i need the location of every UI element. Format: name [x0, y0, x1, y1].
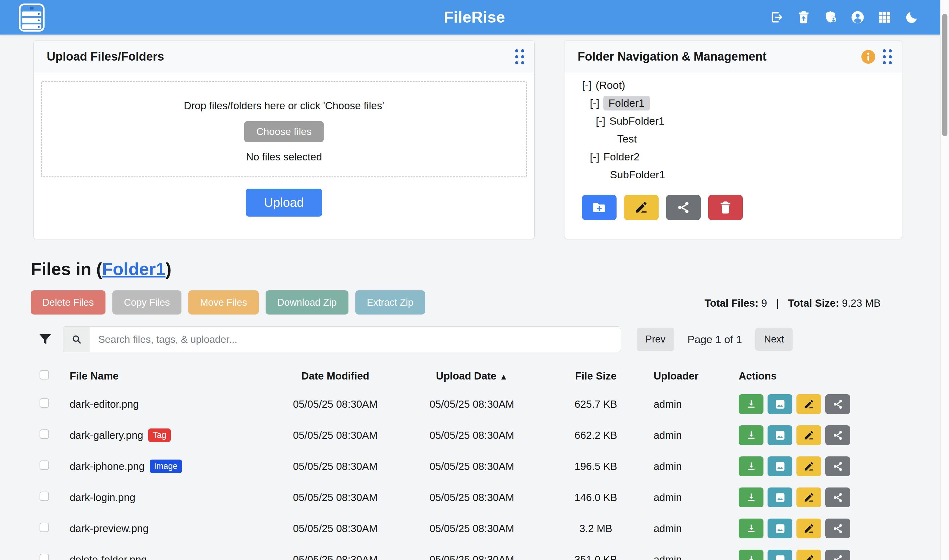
restore-deleted-files-button[interactable] — [797, 10, 811, 25]
user-circle-icon — [851, 10, 865, 25]
delete-files-button[interactable]: Delete Files — [31, 290, 106, 315]
grid-view-button[interactable] — [877, 10, 892, 25]
drag-handle-icon[interactable] — [883, 49, 892, 65]
header-file-size[interactable]: File Size — [546, 370, 646, 382]
row-checkbox[interactable] — [40, 492, 49, 501]
row-checkbox[interactable] — [40, 398, 49, 408]
preview-image-button[interactable] — [768, 550, 792, 560]
drag-handle-icon[interactable] — [515, 49, 524, 65]
page-indicator: Page 1 of 1 — [688, 333, 742, 346]
extract-zip-button[interactable]: Extract Zip — [355, 290, 425, 315]
image-icon — [774, 461, 786, 472]
search-input[interactable] — [90, 326, 621, 352]
top-bar: FileRise — [0, 0, 949, 35]
search-row: Prev Page 1 of 1 Next — [38, 326, 793, 352]
user-profile-button[interactable] — [851, 10, 865, 25]
trash-restore-icon — [797, 10, 811, 25]
collapse-marker[interactable]: [-] — [596, 115, 605, 127]
logout-button[interactable] — [769, 10, 784, 25]
total-size-value: 9.23 MB — [842, 297, 881, 309]
file-dropzone[interactable]: Drop files/folders here or click 'Choose… — [41, 81, 527, 177]
scrollbar-thumb[interactable] — [942, 14, 947, 136]
download-file-button[interactable] — [739, 518, 763, 538]
tree-item-subfolder1-2[interactable]: SubFolder1 — [582, 166, 902, 184]
row-checkbox[interactable] — [40, 460, 49, 470]
date-modified: 05/05/25 08:30AM — [272, 523, 398, 535]
preview-image-button[interactable] — [768, 394, 792, 414]
admin-settings-button[interactable] — [823, 10, 838, 25]
filter-button[interactable] — [38, 332, 53, 347]
folder-help-button[interactable] — [861, 49, 876, 65]
page-scrollbar[interactable] — [940, 0, 949, 560]
rename-folder-button[interactable] — [624, 195, 658, 220]
share-folder-button[interactable] — [666, 195, 701, 220]
share-file-button[interactable] — [825, 456, 850, 476]
dark-mode-toggle-button[interactable] — [904, 10, 919, 25]
share-file-button[interactable] — [825, 518, 850, 538]
tag-badge: Tag — [148, 428, 171, 442]
prev-page-button[interactable]: Prev — [637, 328, 674, 351]
upload-card: Upload Files/Folders Drop files/folders … — [33, 40, 535, 239]
preview-image-button[interactable] — [768, 488, 792, 507]
create-folder-button[interactable] — [582, 195, 617, 220]
logout-icon — [769, 10, 784, 25]
download-file-button[interactable] — [739, 425, 763, 445]
tree-item-root[interactable]: [-] (Root) — [582, 76, 902, 94]
header-upload-date[interactable]: Upload Date▲ — [398, 370, 546, 382]
header-date-modified[interactable]: Date Modified — [272, 370, 398, 382]
share-icon — [832, 492, 843, 503]
tree-item-test[interactable]: Test — [582, 130, 902, 148]
delete-folder-button[interactable] — [708, 195, 743, 220]
tree-item-folder2[interactable]: [-] Folder2 — [582, 148, 902, 166]
share-icon — [676, 200, 691, 215]
file-name: dark-preview.png — [59, 523, 272, 535]
download-zip-button[interactable]: Download Zip — [266, 290, 348, 315]
date-modified: 05/05/25 08:30AM — [272, 398, 398, 410]
download-file-button[interactable] — [739, 550, 763, 560]
share-file-button[interactable] — [825, 394, 850, 414]
selected-folder[interactable]: Folder1 — [603, 96, 649, 111]
next-page-button[interactable]: Next — [755, 328, 793, 351]
rename-file-button[interactable] — [797, 518, 821, 538]
current-folder-link[interactable]: Folder1 — [102, 259, 165, 279]
copy-files-button[interactable]: Copy Files — [112, 290, 181, 315]
share-file-button[interactable] — [825, 550, 850, 560]
header-uploader[interactable]: Uploader — [646, 370, 729, 382]
upload-card-header: Upload Files/Folders — [34, 40, 534, 73]
share-file-button[interactable] — [825, 488, 850, 507]
rename-file-button[interactable] — [797, 425, 821, 445]
collapse-marker[interactable]: [-] — [582, 79, 591, 91]
choose-files-button[interactable]: Choose files — [244, 121, 323, 142]
tree-item-subfolder1[interactable]: [-] SubFolder1 — [582, 112, 902, 130]
preview-image-button[interactable] — [768, 456, 792, 476]
download-file-button[interactable] — [739, 394, 763, 414]
table-header-row: File Name Date Modified Upload Date▲ Fil… — [31, 363, 935, 389]
rename-file-button[interactable] — [797, 550, 821, 560]
header-file-name[interactable]: File Name — [59, 370, 272, 382]
upload-date: 05/05/25 08:30AM — [398, 460, 546, 472]
download-file-button[interactable] — [739, 488, 763, 507]
row-checkbox[interactable] — [40, 554, 49, 560]
tree-item-folder1[interactable]: [-] Folder1 — [582, 94, 902, 112]
rename-file-button[interactable] — [797, 488, 821, 507]
pencil-icon — [803, 554, 815, 560]
download-icon — [746, 554, 757, 560]
file-size: 146.0 KB — [546, 492, 646, 503]
collapse-marker[interactable]: [-] — [590, 151, 599, 163]
select-all-checkbox[interactable] — [40, 370, 49, 380]
rename-file-button[interactable] — [797, 394, 821, 414]
folder-card-title: Folder Navigation & Management — [578, 50, 767, 63]
share-file-button[interactable] — [825, 425, 850, 445]
download-file-button[interactable] — [739, 456, 763, 476]
uploader: admin — [646, 398, 729, 410]
row-checkbox[interactable] — [40, 523, 49, 532]
rename-file-button[interactable] — [797, 456, 821, 476]
preview-image-button[interactable] — [768, 425, 792, 445]
upload-button[interactable]: Upload — [246, 189, 322, 217]
preview-image-button[interactable] — [768, 518, 792, 538]
move-files-button[interactable]: Move Files — [188, 290, 259, 315]
collapse-marker[interactable]: [-] — [590, 97, 599, 109]
upload-card-body: Drop files/folders here or click 'Choose… — [34, 73, 534, 217]
image-icon — [774, 492, 786, 503]
row-checkbox[interactable] — [40, 429, 49, 439]
